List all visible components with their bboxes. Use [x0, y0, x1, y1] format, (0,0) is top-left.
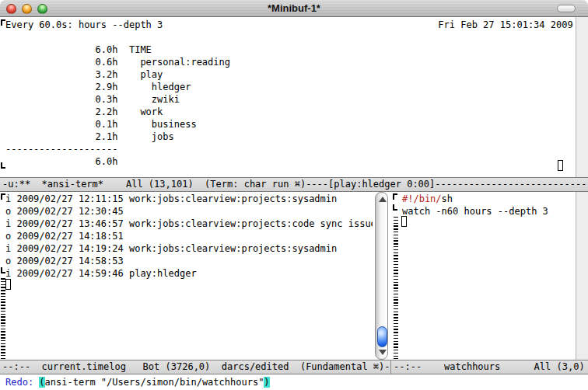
timelog-text[interactable]: i 2009/02/27 12:11:15 work:jobs:clearvie… — [5, 193, 373, 280]
script-text[interactable]: #!/bin/sh watch -n60 hours --depth 3 — [402, 193, 548, 218]
minibuffer-prompt: Redo: — [5, 377, 39, 388]
modeline-watchhours[interactable]: --:-- watchhours All (3,0) — [391, 360, 588, 374]
minibuffer-text[interactable]: Redo: (ansi-term "/Users/simon/bin/watch… — [5, 376, 270, 388]
scroll-up-arrow-icon[interactable] — [379, 197, 387, 202]
matched-open-paren: ( — [39, 377, 44, 388]
titlebar[interactable]: *Minibuf-1* — [0, 0, 588, 17]
scroll-down-arrow-icon[interactable] — [379, 350, 387, 355]
fringe-top-angle-icon — [393, 193, 397, 200]
ansi-term-scrollbar[interactable] — [576, 17, 588, 177]
fringe-bottom-angle-icon — [1, 267, 5, 273]
timelog-pane[interactable]: i 2009/02/27 12:11:15 work:jobs:clearvie… — [0, 192, 373, 360]
inactive-cursor — [401, 216, 407, 227]
modeline-timelog[interactable]: --:-- current.timelog Bot (3726,0) darcs… — [0, 360, 391, 374]
watchhours-pane[interactable]: #!/bin/sh watch -n60 hours --depth 3 — [391, 192, 576, 360]
fringe-empty-lines-icon — [1, 278, 5, 359]
ansi-term-pane[interactable]: Every 60.0s: hours --depth 3 Fri Feb 27 … — [0, 17, 588, 177]
shebang-interpreter: sh — [442, 193, 453, 204]
emacs-window: *Minibuf-1* Every 60.0s: hours --depth 3… — [0, 0, 588, 390]
matched-close-paren: ) — [264, 377, 269, 388]
minibuffer-command: ansi-term "/Users/simon/bin/watchhours" — [45, 377, 264, 388]
rollup-button[interactable] — [557, 5, 576, 12]
modeline-ansi-term[interactable]: -u:** *ansi-term* All (13,101) (Term: ch… — [0, 177, 588, 192]
watch-output-text[interactable]: Every 60.0s: hours --depth 3 Fri Feb 27 … — [5, 19, 573, 168]
minibuffer[interactable]: Redo: (ansi-term "/Users/simon/bin/watch… — [0, 374, 588, 390]
script-command: watch -n60 hours --depth 3 — [402, 206, 548, 217]
watchhours-scrollbar[interactable] — [576, 192, 588, 360]
timelog-scrollbar[interactable] — [373, 192, 391, 360]
fringe-empty-lines-icon — [394, 217, 398, 359]
fringe-top-angle-icon — [1, 193, 5, 200]
inactive-cursor — [5, 279, 11, 290]
window-title: *Minibuf-1* — [0, 2, 588, 14]
shebang-comment: #!/bin/ — [402, 193, 442, 204]
fringe-top-angle-icon — [1, 19, 5, 26]
scrollbar-track[interactable] — [375, 192, 388, 360]
fringe-bottom-angle-icon — [1, 162, 5, 169]
fringe-bottom-angle-icon — [393, 204, 397, 211]
scrollbar-thumb[interactable] — [377, 326, 387, 347]
inactive-cursor — [558, 160, 563, 171]
